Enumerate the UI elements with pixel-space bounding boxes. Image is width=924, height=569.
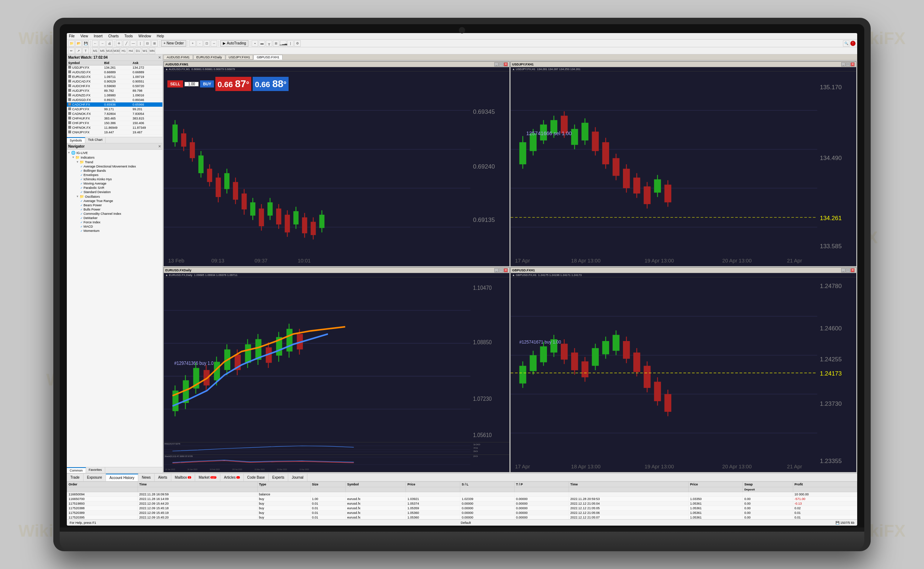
table-row[interactable]: 116650700 2022.11.28 16:14:09 buy 1.00 e… xyxy=(67,497,857,501)
tf-h1[interactable]: H1 xyxy=(120,48,127,54)
market-watch-row[interactable]: AUDCAD.FX 0.90529 0.90551 xyxy=(67,79,162,84)
gbpusd-minimize[interactable]: _ xyxy=(841,268,845,272)
tf-text[interactable]: T xyxy=(82,48,89,54)
chart-tab-audusd[interactable]: AUDUSD.FXM1 xyxy=(164,55,193,60)
buy-button[interactable]: BUY xyxy=(200,81,214,87)
tab-market[interactable]: Market117 xyxy=(195,474,220,481)
tab-exposure[interactable]: Exposure xyxy=(83,474,106,481)
market-watch-row[interactable]: EURUSD.FX 1.09711 1.09719 xyxy=(67,75,162,79)
tab-symbols[interactable]: Symbols xyxy=(67,137,85,143)
toolbar-volume[interactable]: ▁▂▃ xyxy=(280,40,287,47)
toolbar-scroll[interactable]: ↔ xyxy=(211,40,217,47)
nav-tab-favorites[interactable]: Favorites xyxy=(86,467,105,473)
toolbar-fit[interactable]: ⊡ xyxy=(203,40,210,47)
tf-d1[interactable]: D1 xyxy=(135,48,141,54)
toolbar-chart-type3[interactable]: ╥ xyxy=(266,40,272,47)
toolbar-open[interactable]: 📂 xyxy=(75,40,82,47)
lot-size-input[interactable] xyxy=(184,82,199,87)
nav-demarker[interactable]: ✓ DeMarker xyxy=(68,216,162,220)
nav-ma[interactable]: ✓ Moving Average xyxy=(68,181,162,186)
toolbar-vline[interactable]: | xyxy=(137,40,144,47)
nav-macd[interactable]: ✓ MACD xyxy=(68,224,162,229)
toolbar-print[interactable]: 🖨 xyxy=(106,40,113,47)
usdjpy-minimize[interactable]: _ xyxy=(841,62,845,67)
nav-psar[interactable]: ✓ Parabolic SAR xyxy=(68,186,162,190)
tab-alerts[interactable]: Alerts xyxy=(155,474,171,481)
autotrading-button[interactable]: ▶ AutoTrading xyxy=(220,40,249,47)
table-row[interactable]: 117520395 2022.12.09 15:45:20 buy 0.01 e… xyxy=(67,515,857,520)
chart-audusd-body[interactable]: SELL BUY 0.66 87° 0.66 88° xyxy=(164,72,509,266)
market-watch-row[interactable]: AUDCHF.FX 0.59690 0.59720 xyxy=(67,84,162,88)
chart-eurusd-body[interactable]: #129741366 buy 1.0 xyxy=(164,277,509,472)
nav-force[interactable]: ✓ Force Index xyxy=(68,220,162,224)
tf-arrow[interactable]: ↗ xyxy=(75,48,82,54)
nav-bears[interactable]: ✓ Bears Power xyxy=(68,203,162,207)
chart-tab-gbpusd[interactable]: GBPUSD.FXH1 xyxy=(253,55,282,60)
tab-tick-chart[interactable]: Tick Chart xyxy=(85,137,106,143)
toolbar-hline[interactable]: — xyxy=(130,40,137,47)
toolbar-settings[interactable]: ⚙ xyxy=(294,40,300,47)
chart-gbpusd-body[interactable]: 1.24173 #125741671 buy 1.00 1.24780 1.24… xyxy=(511,277,856,472)
menu-tools[interactable]: Tools xyxy=(124,34,133,38)
tab-account-history[interactable]: Account History xyxy=(106,474,138,481)
market-watch-list[interactable]: USDJPY.FX 134.261 134.272 AUDUSD.FX 0.66… xyxy=(67,65,162,137)
market-watch-row[interactable]: CNHJPY.FX 19.447 19.467 xyxy=(67,130,162,135)
trade-table-container[interactable]: Order Time Type Size Symbol Price S / L … xyxy=(67,482,857,519)
market-watch-row[interactable]: AUDSGD.FX 0.89271 0.89346 xyxy=(67,98,162,102)
audusd-restore[interactable]: □ xyxy=(499,62,503,67)
toolbar-fib[interactable]: ⊞ xyxy=(152,40,158,47)
new-order-button[interactable]: + New Order xyxy=(161,40,186,47)
table-row[interactable]: 117520388 2022.12.09 15:45:18 buy 0.01 e… xyxy=(67,506,857,511)
nav-sd[interactable]: ✓ Standard Deviation xyxy=(68,190,162,194)
navigator-tree[interactable]: ▼ 🌐 IG-LIVE ▼ 📁 Indicators xyxy=(67,150,162,467)
tf-pen[interactable]: ✏ xyxy=(68,48,74,54)
tf-mn[interactable]: MN xyxy=(149,48,155,54)
toolbar-crosshair[interactable]: ✛ xyxy=(116,40,122,47)
menu-help[interactable]: Help xyxy=(156,34,165,38)
toolbar-save[interactable]: 💾 xyxy=(82,40,89,47)
menu-window[interactable]: Window xyxy=(138,34,152,38)
audusd-minimize[interactable]: _ xyxy=(494,62,499,67)
tab-articles[interactable]: Articles↓ xyxy=(220,474,243,481)
toolbar-grid[interactable]: ⊞ xyxy=(273,40,279,47)
menu-insert[interactable]: Insert xyxy=(93,34,103,38)
market-watch-row[interactable]: AUDUSD.FX 0.66889 0.66889 xyxy=(67,70,162,75)
tab-journal[interactable]: Journal xyxy=(288,474,307,481)
nav-atr[interactable]: ✓ Average True Range xyxy=(68,199,162,203)
audusd-close[interactable]: ✕ xyxy=(504,62,508,67)
navigator-close[interactable]: ✕ xyxy=(158,145,161,148)
sell-button[interactable]: SELL xyxy=(167,81,183,87)
nav-momentum[interactable]: ✓ Momentum xyxy=(68,229,162,233)
nav-admi[interactable]: ✓ Average Directional Movement Index xyxy=(68,164,162,169)
table-row[interactable]: 116650094 2022.11.28 16:09:59 balance 10… xyxy=(67,492,857,497)
market-watch-row[interactable]: AUDJPY.FX 89.782 89.798 xyxy=(67,88,162,93)
tf-m15[interactable]: M15 xyxy=(106,48,113,54)
chart-tab-eurusd[interactable]: EURUSD.FXDaily xyxy=(193,55,225,60)
eurusd-restore[interactable]: □ xyxy=(499,268,503,272)
toolbar-chart-type2[interactable]: ▬ xyxy=(259,40,265,47)
toolbar-chart-type1[interactable]: ▪ xyxy=(252,40,258,47)
table-row[interactable]: 117520389 2022.12.09 15:45:19 buy 0.01 e… xyxy=(67,511,857,515)
menu-file[interactable]: File xyxy=(68,34,75,38)
toolbar-back[interactable]: ← xyxy=(92,40,99,47)
nav-ig-live[interactable]: ▼ 🌐 IG-LIVE xyxy=(68,151,162,155)
tf-m5[interactable]: M5 xyxy=(99,48,106,54)
nav-bulls[interactable]: ✓ Bulls Power xyxy=(68,207,162,211)
tf-m1[interactable]: M1 xyxy=(92,48,99,54)
toolbar-zoomin[interactable]: + xyxy=(190,40,196,47)
market-watch-row[interactable]: CADCHF.FX 0.65936 0.65966 xyxy=(67,102,162,107)
gbpusd-restore[interactable]: □ xyxy=(846,268,850,272)
market-watch-row[interactable]: CADNOK.FX 7.82804 7.83054 xyxy=(67,112,162,116)
toolbar-search[interactable]: 🔍 xyxy=(843,40,850,47)
usdjpy-restore[interactable]: □ xyxy=(846,62,850,67)
nav-bb[interactable]: ✓ Bollinger Bands xyxy=(68,169,162,173)
tf-m30[interactable]: M30 xyxy=(113,48,120,54)
toolbar-fwd[interactable]: → xyxy=(99,40,106,47)
market-watch-row[interactable]: CHFHUF.FX 383.465 383.815 xyxy=(67,116,162,121)
eurusd-minimize[interactable]: _ xyxy=(494,268,499,272)
menu-view[interactable]: View xyxy=(80,34,89,38)
tab-mailbox[interactable]: Mailbox1 xyxy=(171,474,195,481)
tab-code-base[interactable]: Code Base xyxy=(244,474,269,481)
nav-trend[interactable]: ▼ 📁 Trend xyxy=(68,160,162,164)
toolbar-new[interactable]: 📁 xyxy=(68,40,74,47)
